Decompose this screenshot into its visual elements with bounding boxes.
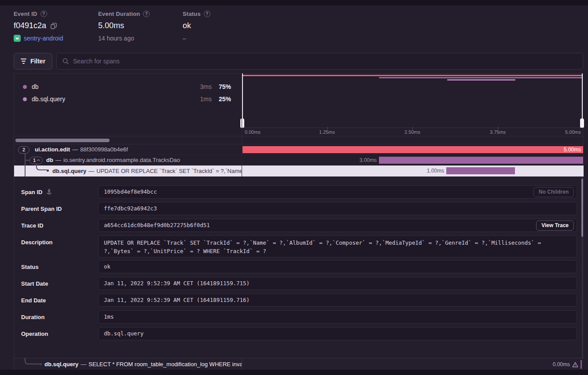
status-sub: – [183,35,186,42]
detail-value-operation: db.sql.query [98,327,577,340]
span-description: SELECT * FROM room_table_modification_lo… [88,361,242,368]
minimap-left-drag-handle[interactable] [240,118,244,128]
event-id-value: f0491c2a [14,21,46,30]
span-duration-bar [379,157,583,164]
search-icon [62,58,69,65]
anchor-icon[interactable] [46,189,52,195]
detail-value-trace-id: a654cc61dc0b48ef9d0b27275b6f0d51 View Tr… [98,219,577,232]
span-detail-page: Event ID ? f0491c2a sentry-android [0,0,588,375]
minimap-span-bar [447,79,515,81]
panel-divider [242,74,242,144]
detail-value-end-date: Jan 11, 2022 9:52:39 AM CET (1641891159.… [98,294,577,307]
span-duration-bar: 5.00ms [243,146,583,153]
tree-connector-line [25,153,26,176]
minimap-span-bar [379,77,583,78]
axis-label: 0.00ms [245,129,280,135]
detail-label-start-date: Start Date [21,280,48,287]
event-duration-label: Event Duration [98,11,140,17]
event-duration-field: Event Duration ? 5.00ms 14 hours ago [98,11,150,42]
detail-label-span-id: Span ID [21,189,52,195]
detail-value-parent-span-id: ffe7dbc92a6942c3 [98,202,577,215]
axis-label: 2.50ms [395,129,430,135]
status-label: Status [183,11,201,17]
op-color-dot [23,85,27,89]
tree-connector-dot [47,169,49,172]
detail-label-parent-span-id: Parent Span ID [21,206,62,212]
event-id-field: Event ID ? f0491c2a sentry-android [14,11,63,42]
detail-label-end-date: End Date [21,297,46,304]
minimap-span-bar [242,75,583,76]
detail-value-status: ok [98,260,577,273]
detail-value-duration: 1ms [98,310,577,324]
help-icon[interactable]: ? [143,11,150,17]
axis-label: 3.75ms [480,129,515,135]
filter-icon [21,59,26,64]
tree-connector-dot [40,363,42,365]
trace-view: db 3ms 75% db.sql.query 1ms 25% 0.00ms 1… [14,73,583,370]
span-description: io.sentry.android.roomsample.data.Tracks… [63,157,180,163]
span-row-db[interactable]: 1 db—io.sentry.android.roomsample.data.T… [14,155,584,165]
filter-button-label: Filter [30,58,45,65]
event-id-label: Event ID [14,11,37,17]
legend-percent: 75% [212,83,231,90]
zero-duration-span-marker [581,360,582,369]
span-duration-label: 0.00ms [553,359,570,371]
project-link[interactable]: sentry-android [24,35,63,42]
platform-android-icon [14,35,21,42]
detail-label-trace-id: Trace ID [21,222,44,229]
event-duration-ago: 14 hours ago [98,35,134,42]
help-icon[interactable]: ? [204,11,210,17]
detail-label-description: Description [21,239,53,246]
axis-label: 5.00ms [546,129,581,135]
status-field: Status ? ok – [183,11,210,42]
span-duration-label: 3.00ms [346,155,377,165]
legend-op: db.sql.query [32,96,65,103]
span-row-pinned-db-sql-query[interactable]: db.sql.query—SELECT * FROM room_table_mo… [14,358,584,370]
op-color-dot [23,97,27,101]
children-count-badge[interactable]: 1 [29,157,43,164]
span-description: UPDATE OR REPLACE `Track` SET `TrackId` … [96,168,242,174]
tree-connector-elbow [25,358,40,364]
collapse-chevron-icon [37,159,40,162]
bottom-gutter [0,370,588,375]
detail-value-span-id: 1095bd4ef8e94bcc No Children [98,185,577,199]
span-op: ui.action.edit [35,146,70,153]
detail-label-operation: Operation [21,331,48,337]
status-value: ok [183,21,191,30]
time-axis: 0.00ms 1.25ms 2.50ms 3.75ms 5.00ms [242,128,584,136]
view-trace-button[interactable]: View Trace [536,221,574,231]
warning-icon [572,362,578,368]
minimap-right-drag-handle[interactable] [580,118,584,128]
details-scrollbar-thumb[interactable] [581,179,583,237]
span-row-db-sql-query-selected[interactable]: db.sql.query—UPDATE OR REPLACE `Track` S… [14,165,584,176]
detail-label-duration: Duration [21,314,44,320]
tree-column-divider [242,144,242,176]
copy-icon[interactable] [50,22,57,29]
legend-row-db[interactable]: db 3ms 75% [14,83,241,92]
children-count-badge[interactable]: 2 [18,146,29,154]
top-gutter [0,0,588,5]
filter-button[interactable]: Filter [14,53,52,70]
tree-column-divider [242,358,242,371]
horizontal-scrollbar-thumb[interactable] [15,139,110,142]
no-children-button[interactable]: No Children [533,187,574,197]
horizontal-scrollbar [14,136,584,144]
detail-label-status: Status [21,264,39,270]
span-duration-label: 1.00ms [413,165,444,176]
legend-duration: 3ms [185,83,212,90]
tree-connector-elbow [36,164,47,170]
span-search [56,53,583,70]
axis-label: 1.25ms [309,129,345,135]
legend-row-db-sql-query[interactable]: db.sql.query 1ms 25% [14,95,241,104]
search-input[interactable] [73,58,577,65]
help-icon[interactable]: ? [40,11,47,17]
span-op: db.sql.query [44,361,78,368]
span-description: 88f300998a0b4e6f [80,146,128,153]
legend-duration: 1ms [185,96,212,103]
legend-percent: 25% [212,96,231,103]
span-op: db.sql.query [52,168,86,174]
span-duration-label: 5.00ms [564,146,581,153]
span-row-ui-action-edit[interactable]: 2 ui.action.edit—88f300998a0b4e6f 5.00ms [14,144,584,155]
detail-value-description: UPDATE OR REPLACE `Track` SET `TrackId` … [98,235,577,257]
span-duration-bar [446,167,515,174]
